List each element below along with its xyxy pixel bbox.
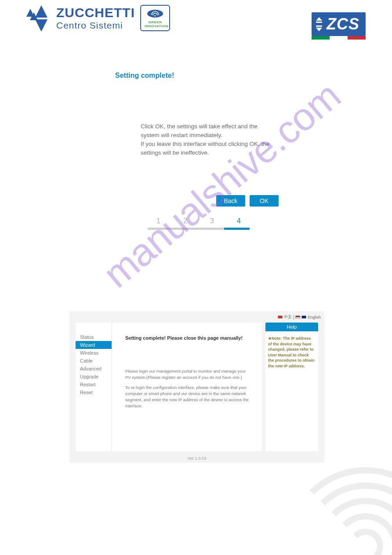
language-bar: 中文 | English	[278, 314, 321, 320]
help-title: Help	[265, 323, 318, 331]
nav-advanced[interactable]: Advanced	[76, 365, 112, 373]
lang-chinese-link[interactable]: 中文	[284, 314, 292, 320]
brand-text: ZUCCHETTI Centro Sistemi	[56, 5, 135, 31]
step-3: 3	[210, 217, 214, 225]
nav-wizard[interactable]: Wizard	[76, 341, 112, 349]
wizard-title: Setting complete!	[115, 72, 174, 80]
svg-marker-2	[35, 5, 47, 18]
zucchetti-mark-icon	[26, 4, 51, 32]
page-header: ZUCCHETTI Centro Sistemi GREEN INNOVATIO…	[26, 4, 366, 44]
step-1: 1	[156, 217, 160, 225]
svg-point-5	[155, 15, 156, 17]
badge-line2: INNOVATION	[145, 25, 166, 29]
side-nav: Status Wizard Wireless Cable Advanced Up…	[76, 323, 112, 451]
zcs-logo: ZCS	[312, 12, 366, 36]
help-pane: Help ★Note: The IP address of the device…	[265, 323, 318, 451]
step-2: 2	[183, 217, 187, 225]
zcs-arrows-icon	[316, 17, 325, 32]
wizard-message-1: Click OK, the settings will take effect …	[141, 122, 272, 139]
lang-separator: |	[293, 315, 294, 319]
green-innovation-badge: GREEN INNOVATION	[140, 5, 170, 31]
nav-wireless[interactable]: Wireless	[76, 349, 112, 357]
logo-left-group: ZUCCHETTI Centro Sistemi GREEN INNOVATIO…	[26, 4, 170, 32]
flag-us-icon	[295, 316, 300, 319]
svg-marker-9	[316, 28, 322, 31]
nav-upgrade[interactable]: Upgrade	[76, 373, 112, 381]
wizard-button-row: Back OK	[216, 195, 279, 207]
svg-marker-3	[35, 19, 47, 32]
center-paragraph-2: To re-login the configuration interface,…	[125, 385, 249, 409]
help-note: ★Note: The IP address of the device may …	[265, 331, 318, 374]
cloud-wifi-icon	[145, 8, 166, 21]
step-4: 4	[237, 217, 241, 225]
panel-body: Status Wizard Wireless Cable Advanced Up…	[76, 323, 318, 451]
decorative-arcs-icon	[287, 467, 392, 555]
ok-button[interactable]: OK	[250, 195, 279, 207]
nav-status[interactable]: Status	[76, 333, 112, 341]
center-title: Setting complete! Please close this page…	[125, 335, 249, 342]
wizard-stepper: 1 2 3 4	[148, 217, 250, 230]
nav-restart[interactable]: Restart	[76, 381, 112, 388]
wizard-message-2: If you leave this interface without clic…	[141, 140, 272, 157]
svg-marker-6	[316, 17, 322, 21]
brand-line2: Centro Sistemi	[56, 20, 135, 31]
brand-line1: ZUCCHETTI	[56, 5, 135, 20]
step-progress-fill	[224, 228, 250, 230]
italy-flag-stripe	[312, 36, 366, 40]
flag-gb-icon	[301, 316, 306, 319]
logo-right-group: ZCS	[312, 12, 366, 40]
config-panel: 中文 | English Status Wizard Wireless Cabl…	[69, 311, 324, 463]
zcs-text: ZCS	[327, 15, 359, 33]
nav-reset[interactable]: Reset	[76, 388, 112, 396]
step-progress-bar	[148, 228, 250, 230]
back-button[interactable]: Back	[216, 195, 245, 207]
center-paragraph-1: Please login our management portal to mo…	[125, 368, 249, 381]
center-pane: Setting complete! Please close this page…	[112, 323, 262, 451]
lang-english-link[interactable]: English	[308, 315, 321, 319]
svg-rect-8	[316, 25, 322, 27]
flag-cn-icon	[278, 316, 283, 319]
panel-version: Ver:1.0.03	[69, 456, 324, 461]
watermark-text: manualshive.com	[95, 73, 349, 297]
svg-rect-7	[316, 22, 322, 23]
nav-cable[interactable]: Cable	[76, 357, 112, 365]
